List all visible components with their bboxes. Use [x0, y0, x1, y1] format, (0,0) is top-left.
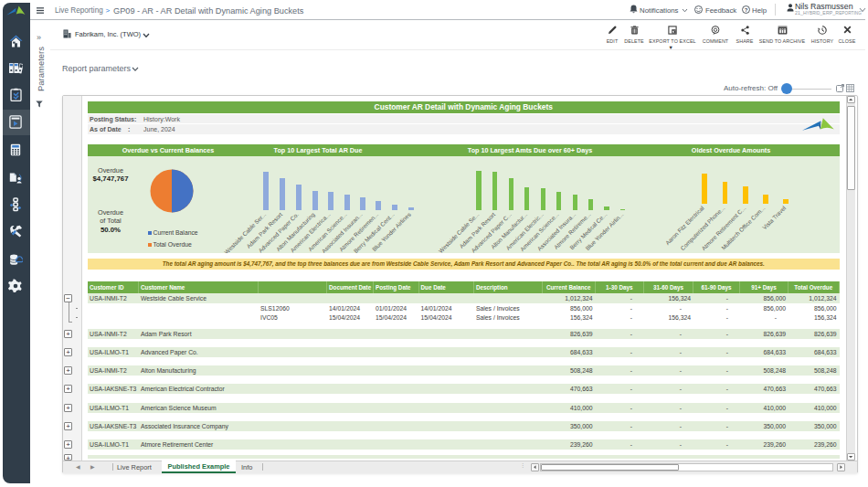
svg-text:?: ? [745, 6, 748, 12]
